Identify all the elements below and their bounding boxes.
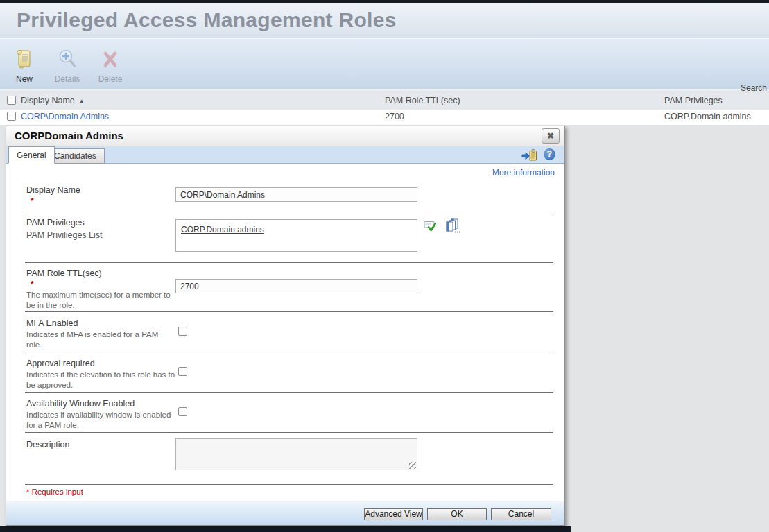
sort-ascending-icon: ▲	[79, 98, 85, 104]
new-button[interactable]: New	[4, 47, 44, 84]
advanced-view-button[interactable]: Advanced View	[364, 508, 423, 520]
dialog-titlebar: CORPDomain Admins ✖	[6, 126, 564, 146]
tab-candidates[interactable]: Candidates	[46, 148, 105, 164]
column-header-pam-privileges[interactable]: PAM Privileges	[664, 96, 723, 105]
pam-role-ttl-required-marker: *	[31, 280, 34, 289]
details-magnifier-icon	[57, 47, 78, 72]
validate-check-icon[interactable]	[424, 220, 439, 236]
dialog-body: More information Display Name * PAM Priv…	[6, 164, 564, 525]
approval-required-label: Approval required	[26, 359, 95, 368]
column-header-display-name[interactable]: Display Name▲	[21, 96, 85, 105]
availability-window-checkbox[interactable]	[178, 407, 187, 416]
help-icon[interactable]: ?	[544, 148, 555, 160]
column-header-display-name-label: Display Name	[21, 96, 75, 105]
row-separator	[25, 484, 553, 485]
details-button-label: Details	[47, 74, 87, 84]
search-label: Search f	[741, 83, 769, 93]
availability-window-description: Indicates if availability window is enab…	[26, 410, 175, 431]
row-separator	[25, 352, 553, 352]
page-title: Privileged Access Management Roles	[17, 8, 397, 32]
page-header: Privileged Access Management Roles	[0, 3, 769, 38]
browse-pages-icon[interactable]	[444, 218, 461, 236]
new-scroll-icon	[14, 47, 35, 72]
row-separator	[25, 311, 553, 312]
dialog-title: CORPDomain Admins	[15, 130, 123, 141]
close-icon[interactable]: ✖	[542, 128, 560, 144]
approval-required-description: Indicates if the elevation to this role …	[26, 370, 175, 391]
dialog-footer: Advanced View OK Cancel	[6, 501, 564, 525]
table-row: CORP\Domain Admins 2700 CORP.Domain admi…	[0, 110, 769, 125]
toolbar: New Details Delete Search f	[0, 38, 769, 91]
resize-handle-icon[interactable]	[409, 462, 416, 469]
pam-role-ttl-input[interactable]	[175, 279, 417, 293]
row-pam-role-ttl: 2700	[385, 112, 404, 121]
mfa-enabled-label: MFA Enabled	[26, 318, 78, 328]
cancel-button[interactable]: Cancel	[491, 508, 551, 520]
delete-button-label: Delete	[90, 74, 130, 84]
column-header-pam-role-ttl[interactable]: PAM Role TTL(sec)	[385, 96, 460, 105]
ok-button[interactable]: OK	[427, 508, 487, 520]
row-separator	[25, 392, 553, 393]
row-display-name-link[interactable]: CORP\Domain Admins	[21, 112, 109, 121]
display-name-input[interactable]	[175, 187, 417, 202]
approval-required-checkbox[interactable]	[178, 367, 187, 376]
row-separator	[25, 432, 553, 433]
pam-privileges-listbox[interactable]: CORP.Domain admins	[175, 219, 417, 252]
row-separator	[25, 212, 553, 212]
row-checkbox[interactable]	[7, 112, 16, 121]
row-separator	[25, 262, 553, 263]
detach-clipboard-icon[interactable]	[521, 148, 537, 164]
bottom-chrome-strip	[0, 526, 571, 532]
new-button-label: New	[4, 74, 44, 84]
select-all-checkbox[interactable]	[7, 96, 16, 105]
role-edit-dialog: CORPDomain Admins ✖ General Candidates ?…	[6, 126, 565, 526]
pam-privileges-sublabel: PAM Privilieges List	[26, 230, 103, 240]
pam-privileges-label: PAM Privileges	[26, 218, 85, 228]
description-label: Description	[26, 440, 70, 449]
pam-role-ttl-description: The maximum time(sec) for a member to be…	[26, 290, 175, 311]
tab-general[interactable]: General	[8, 146, 55, 164]
dialog-tabstrip: General Candidates ?	[6, 146, 564, 164]
display-name-label: Display Name	[26, 185, 80, 195]
more-information-link[interactable]: More information	[492, 168, 555, 178]
availability-window-label: Availability Window Enabled	[26, 399, 135, 409]
requires-input-note: * Requires input	[26, 488, 83, 496]
mfa-enabled-description: Indicates if MFA is enabled for a PAM ro…	[26, 329, 175, 350]
footer-buttons: Advanced View OK Cancel	[364, 508, 551, 520]
description-textarea[interactable]	[175, 438, 417, 470]
delete-button[interactable]: Delete	[90, 47, 130, 84]
row-pam-privileges: CORP.Domain admins	[664, 112, 751, 121]
pam-privileges-value-link[interactable]: CORP.Domain admins	[181, 225, 264, 234]
delete-cross-icon	[100, 47, 121, 72]
pam-role-ttl-label: PAM Role TTL(sec)	[26, 268, 102, 278]
mfa-enabled-checkbox[interactable]	[178, 327, 187, 336]
display-name-required-marker: *	[31, 196, 34, 206]
grid-header: Display Name▲ PAM Role TTL(sec) PAM Priv…	[0, 93, 769, 110]
details-button[interactable]: Details	[47, 47, 87, 84]
